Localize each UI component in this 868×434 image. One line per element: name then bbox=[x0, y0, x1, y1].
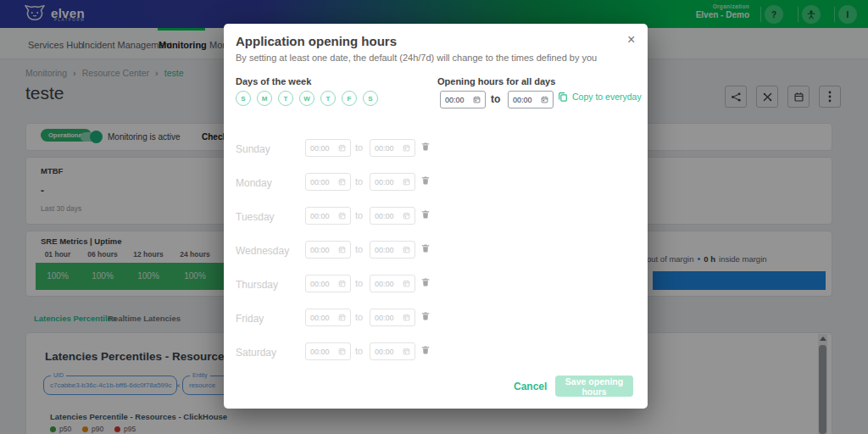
trash-icon[interactable] bbox=[421, 345, 430, 358]
day-row-sunday: Sunday 00:00 to 00:00 bbox=[224, 139, 648, 158]
calendar-icon bbox=[338, 144, 346, 152]
calendar-icon bbox=[338, 280, 346, 287]
time-value: 00:00 bbox=[513, 96, 532, 104]
dialog-title: Application opening hours bbox=[236, 34, 397, 48]
time-value: 00:00 bbox=[375, 280, 394, 288]
from-time-input[interactable]: 00:00 bbox=[305, 309, 351, 326]
to-time-input[interactable]: 00:00 bbox=[370, 139, 415, 157]
day-row-wednesday: Wednesday 00:00 to 00:00 bbox=[224, 241, 648, 259]
day-circle-thursday[interactable]: T bbox=[320, 91, 336, 106]
time-value: 00:00 bbox=[310, 178, 330, 186]
trash-icon[interactable] bbox=[421, 175, 430, 188]
time-value: 00:00 bbox=[375, 144, 394, 153]
opening-hours-label: Opening hours for all days bbox=[437, 76, 555, 86]
from-time-input[interactable]: 00:00 bbox=[305, 342, 351, 360]
close-icon[interactable]: × bbox=[626, 31, 637, 49]
to-time-input[interactable]: 00:00 bbox=[370, 309, 415, 326]
time-value: 00:00 bbox=[375, 212, 394, 220]
calendar-icon bbox=[338, 178, 346, 186]
trash-icon[interactable] bbox=[421, 142, 430, 154]
day-row-monday: Monday 00:00 to 00:00 bbox=[224, 173, 648, 192]
calendar-icon bbox=[541, 96, 548, 103]
calendar-icon bbox=[338, 348, 346, 355]
calendar-icon bbox=[338, 314, 346, 321]
from-time-input[interactable]: 00:00 bbox=[305, 275, 351, 292]
calendar-icon bbox=[403, 144, 410, 152]
to-time-input[interactable]: 00:00 bbox=[370, 241, 415, 259]
trash-icon[interactable] bbox=[421, 277, 430, 290]
trash-icon[interactable] bbox=[421, 209, 430, 222]
day-label: Saturday bbox=[236, 347, 276, 359]
application-window: elven PLATFORM Organization Elven - Demo… bbox=[0, 0, 868, 434]
to-time-input[interactable]: 00:00 bbox=[370, 342, 415, 360]
day-circle-wednesday[interactable]: W bbox=[299, 91, 314, 106]
opening-hours-dialog: Application opening hours × By setting a… bbox=[224, 24, 648, 409]
day-label: Wednesday bbox=[236, 245, 289, 257]
calendar-icon bbox=[403, 246, 410, 253]
day-label: Monday bbox=[236, 177, 272, 189]
time-value: 00:00 bbox=[310, 144, 330, 153]
to-time-input[interactable]: 00:00 bbox=[370, 173, 415, 191]
day-row-friday: Friday 00:00 to 00:00 bbox=[224, 309, 648, 327]
to-label: to bbox=[491, 93, 500, 105]
day-label: Thursday bbox=[236, 279, 278, 291]
copy-to-everyday-link[interactable]: Copy to everyday bbox=[558, 92, 642, 102]
calendar-icon bbox=[338, 246, 346, 253]
from-time-input[interactable]: 00:00 bbox=[305, 241, 351, 259]
copy-icon bbox=[558, 92, 568, 102]
to-time-input[interactable]: 00:00 bbox=[370, 275, 415, 292]
time-value: 00:00 bbox=[375, 348, 394, 356]
to-label: to bbox=[355, 312, 363, 322]
time-value: 00:00 bbox=[310, 314, 330, 322]
from-time-input[interactable]: 00:00 bbox=[305, 173, 351, 191]
all-days-from-input[interactable]: 00:00 bbox=[440, 91, 486, 108]
from-time-input[interactable]: 00:00 bbox=[305, 207, 351, 225]
cancel-button[interactable]: Cancel bbox=[509, 380, 552, 393]
time-value: 00:00 bbox=[310, 348, 330, 356]
day-row-thursday: Thursday 00:00 to 00:00 bbox=[224, 275, 648, 293]
calendar-icon bbox=[403, 178, 410, 186]
save-opening-hours-button[interactable]: Save opening hours bbox=[555, 376, 633, 397]
days-of-week-label: Days of the week bbox=[236, 76, 311, 86]
time-value: 00:00 bbox=[445, 96, 465, 104]
trash-icon[interactable] bbox=[421, 243, 430, 256]
day-label: Sunday bbox=[236, 143, 270, 155]
day-circle-tuesday[interactable]: T bbox=[278, 91, 293, 106]
all-days-to-input[interactable]: 00:00 bbox=[508, 91, 554, 108]
day-circle-saturday[interactable]: S bbox=[363, 91, 378, 106]
time-value: 00:00 bbox=[310, 280, 330, 288]
day-circle-monday[interactable]: M bbox=[257, 91, 272, 106]
to-label: to bbox=[355, 142, 363, 153]
day-label: Tuesday bbox=[236, 211, 275, 223]
calendar-icon bbox=[403, 280, 410, 287]
day-row-tuesday: Tuesday 00:00 to 00:00 bbox=[224, 207, 648, 225]
to-label: to bbox=[355, 346, 363, 356]
day-circle-sunday[interactable]: S bbox=[236, 91, 251, 106]
time-value: 00:00 bbox=[375, 246, 394, 254]
day-row-saturday: Saturday 00:00 to 00:00 bbox=[224, 342, 648, 361]
day-label: Friday bbox=[236, 313, 264, 325]
day-circle-friday[interactable]: F bbox=[342, 91, 357, 106]
copy-to-everyday-label: Copy to everyday bbox=[572, 92, 642, 102]
from-time-input[interactable]: 00:00 bbox=[305, 139, 351, 157]
calendar-icon bbox=[338, 212, 346, 220]
time-value: 00:00 bbox=[375, 314, 394, 322]
to-label: to bbox=[355, 210, 363, 220]
calendar-icon bbox=[403, 348, 410, 355]
to-label: to bbox=[355, 278, 363, 288]
to-label: to bbox=[355, 176, 363, 186]
calendar-icon bbox=[403, 314, 410, 321]
time-value: 00:00 bbox=[375, 178, 394, 186]
to-label: to bbox=[355, 244, 363, 254]
calendar-icon bbox=[403, 212, 410, 220]
to-time-input[interactable]: 00:00 bbox=[370, 207, 415, 225]
week-day-selector: S M T W T F S bbox=[236, 91, 378, 106]
dialog-subtitle: By setting at least one date, the defaul… bbox=[236, 53, 597, 63]
time-value: 00:00 bbox=[310, 246, 330, 254]
time-value: 00:00 bbox=[310, 212, 330, 220]
trash-icon[interactable] bbox=[421, 311, 430, 324]
calendar-icon bbox=[473, 96, 481, 103]
